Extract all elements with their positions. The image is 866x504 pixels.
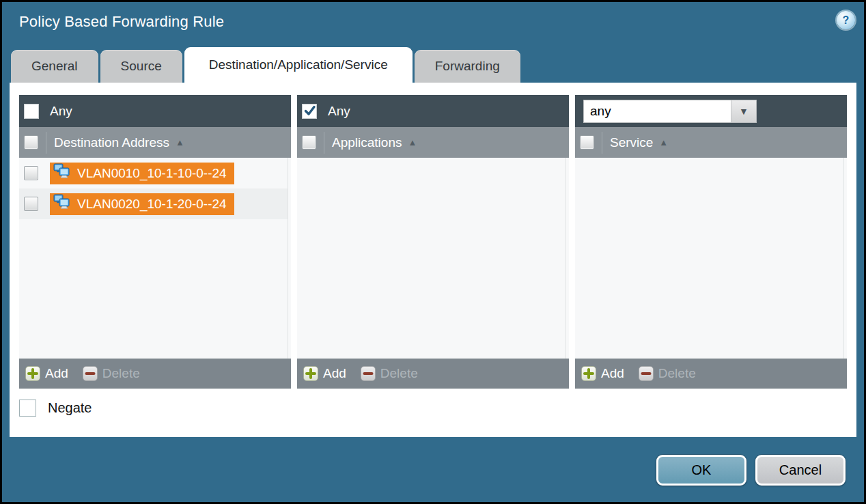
delete-icon bbox=[639, 366, 654, 381]
destination-any-bar: Any bbox=[19, 95, 291, 127]
add-icon bbox=[303, 366, 318, 381]
dialog-title: Policy Based Forwarding Rule bbox=[19, 13, 224, 31]
header-divider bbox=[324, 132, 324, 154]
service-toolbar: Add Delete bbox=[575, 359, 847, 389]
applications-delete-button[interactable]: Delete bbox=[361, 366, 418, 381]
service-list bbox=[575, 158, 847, 359]
applications-panel: Any Applications ▲ Add bbox=[297, 95, 569, 389]
service-filter-dropdown[interactable]: ▼ bbox=[583, 100, 757, 123]
destination-list: VLAN0010_10-1-10-0--24 bbox=[19, 158, 291, 359]
delete-icon bbox=[83, 366, 98, 381]
pbf-rule-dialog: Policy Based Forwarding Rule ? General S… bbox=[2, 2, 864, 502]
add-icon bbox=[25, 366, 40, 381]
service-select-all-checkbox[interactable] bbox=[580, 135, 594, 150]
service-header-label: Service bbox=[610, 135, 653, 150]
applications-list bbox=[297, 158, 569, 359]
service-add-button[interactable]: Add bbox=[581, 366, 624, 381]
applications-any-bar: Any bbox=[297, 95, 569, 127]
sort-ascending-icon: ▲ bbox=[176, 137, 184, 148]
help-glyph: ? bbox=[843, 14, 850, 27]
ok-button[interactable]: OK bbox=[656, 455, 746, 486]
help-icon[interactable]: ? bbox=[837, 11, 855, 29]
destination-delete-button[interactable]: Delete bbox=[83, 366, 140, 381]
tab-general[interactable]: General bbox=[11, 50, 98, 83]
service-panel: ▼ Service ▲ Add bbox=[575, 95, 847, 389]
applications-add-button[interactable]: Add bbox=[303, 366, 346, 381]
list-item[interactable]: VLAN0010_10-1-10-0--24 bbox=[19, 158, 288, 188]
negate-label: Negate bbox=[48, 400, 92, 416]
address-object-icon bbox=[53, 163, 72, 183]
header-divider bbox=[46, 132, 46, 154]
tab-content: Any Destination Address ▲ bbox=[10, 83, 856, 437]
applications-any-label: Any bbox=[328, 104, 350, 119]
applications-toolbar: Add Delete bbox=[297, 359, 569, 389]
applications-header-label: Applications bbox=[332, 135, 402, 150]
delete-icon bbox=[361, 366, 376, 381]
negate-checkbox[interactable] bbox=[19, 400, 36, 417]
destination-add-button[interactable]: Add bbox=[25, 366, 68, 381]
row-checkbox[interactable] bbox=[24, 197, 38, 211]
service-delete-button[interactable]: Delete bbox=[639, 366, 696, 381]
destination-address-panel: Any Destination Address ▲ bbox=[19, 95, 291, 389]
address-object-tag[interactable]: VLAN0010_10-1-10-0--24 bbox=[50, 163, 234, 184]
destination-any-checkbox[interactable] bbox=[24, 104, 39, 119]
tab-destination-application-service[interactable]: Destination/Application/Service bbox=[184, 47, 413, 83]
add-icon bbox=[581, 366, 596, 381]
row-checkbox[interactable] bbox=[24, 166, 38, 180]
applications-column-header[interactable]: Applications ▲ bbox=[297, 127, 569, 158]
applications-select-all-checkbox[interactable] bbox=[302, 135, 316, 150]
address-object-label: VLAN0010_10-1-10-0--24 bbox=[77, 166, 227, 181]
destination-select-all-checkbox[interactable] bbox=[24, 135, 38, 150]
service-column-header[interactable]: Service ▲ bbox=[575, 127, 847, 158]
dropdown-button[interactable]: ▼ bbox=[731, 100, 756, 122]
sort-ascending-icon: ▲ bbox=[659, 137, 668, 148]
destination-any-label: Any bbox=[50, 104, 72, 119]
sort-ascending-icon: ▲ bbox=[408, 137, 417, 148]
tab-forwarding[interactable]: Forwarding bbox=[415, 50, 520, 83]
service-filter-bar: ▼ bbox=[575, 95, 847, 127]
service-filter-input[interactable] bbox=[584, 100, 731, 122]
destination-toolbar: Add Delete bbox=[19, 359, 291, 389]
address-object-tag[interactable]: VLAN0020_10-1-20-0--24 bbox=[50, 193, 234, 215]
list-item[interactable]: VLAN0020_10-1-20-0--24 bbox=[19, 188, 288, 219]
chevron-down-icon: ▼ bbox=[739, 106, 749, 117]
destination-header-label: Destination Address bbox=[54, 135, 169, 150]
address-object-icon bbox=[53, 194, 72, 214]
tab-source[interactable]: Source bbox=[100, 50, 182, 83]
dialog-actions: OK Cancel bbox=[656, 455, 846, 486]
cancel-button[interactable]: Cancel bbox=[755, 455, 846, 486]
negate-option: Negate bbox=[19, 400, 856, 417]
tab-bar: General Source Destination/Application/S… bbox=[11, 47, 520, 83]
destination-column-header[interactable]: Destination Address ▲ bbox=[19, 127, 291, 158]
address-object-label: VLAN0020_10-1-20-0--24 bbox=[77, 197, 227, 212]
applications-any-checkbox[interactable] bbox=[302, 104, 317, 119]
header-divider bbox=[602, 132, 602, 154]
